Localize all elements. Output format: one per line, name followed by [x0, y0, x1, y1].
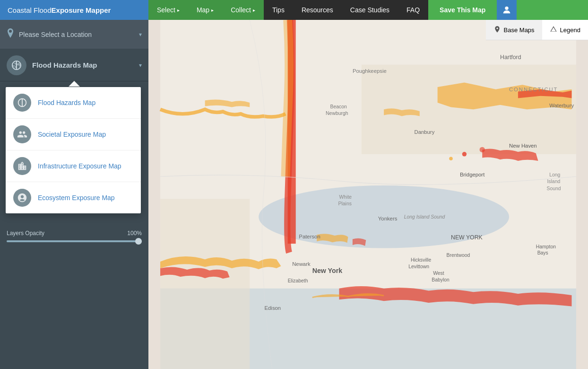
- svg-text:Sound: Sound: [547, 186, 561, 191]
- svg-point-9: [462, 152, 467, 156]
- nav-map[interactable]: Map ▸: [188, 0, 222, 20]
- svg-text:Yonkers: Yonkers: [378, 216, 398, 221]
- nav-faq[interactable]: FAQ: [398, 0, 428, 20]
- svg-text:Hartford: Hartford: [500, 54, 521, 61]
- top-nav: Coastal Flood Exposure Mapper Select ▸ M…: [0, 0, 588, 20]
- svg-text:Edison: Edison: [264, 305, 281, 311]
- svg-text:Babylon: Babylon: [432, 277, 450, 282]
- nav-map-arrow: ▸: [211, 8, 214, 13]
- svg-text:Paterson: Paterson: [299, 234, 320, 239]
- legend-button[interactable]: Legend: [542, 20, 588, 40]
- location-placeholder: Please Select a Location: [19, 31, 139, 38]
- svg-text:Long Island Sound: Long Island Sound: [404, 214, 446, 220]
- dropdown-item-infrastructure-exposure[interactable]: Infrastructure Exposure Map: [6, 150, 141, 182]
- map-selector-icon: [7, 55, 26, 75]
- nav-resources-label: Resources: [302, 6, 333, 14]
- svg-text:White: White: [339, 194, 352, 200]
- base-maps-button[interactable]: Base Maps: [486, 20, 542, 40]
- nav-case-studies-label: Case Studies: [350, 6, 389, 14]
- dropdown-caret: [69, 81, 80, 87]
- svg-text:Bridgeport: Bridgeport: [460, 172, 485, 177]
- svg-text:Brentwood: Brentwood: [447, 253, 470, 258]
- brand-title: Exposure Mapper: [52, 6, 111, 14]
- location-pin-icon: [7, 28, 14, 40]
- nav-case-studies[interactable]: Case Studies: [342, 0, 398, 20]
- svg-point-1: [19, 197, 21, 200]
- flood-hazards-icon: [13, 94, 31, 112]
- infrastructure-exposure-icon: [13, 157, 31, 175]
- svg-text:Long: Long: [549, 172, 560, 177]
- base-maps-label: Base Maps: [504, 26, 535, 34]
- nav-collect[interactable]: Collect ▸: [222, 0, 264, 20]
- svg-text:Danbury: Danbury: [414, 129, 434, 135]
- opacity-slider-track[interactable]: [7, 240, 142, 242]
- dropdown-label-flood-hazards: Flood Hazards Map: [38, 99, 95, 106]
- nav-tips-label: Tips: [272, 6, 285, 14]
- map-selector-dropdown-arrow: ▾: [139, 62, 142, 69]
- svg-text:Newark: Newark: [292, 261, 311, 267]
- dropdown-label-ecosystem-exposure: Ecosystem Exposure Map: [38, 194, 115, 202]
- map-area[interactable]: Hartford Willimantic Plainfield Poughkee…: [148, 20, 588, 369]
- dropdown-item-societal-exposure[interactable]: Societal Exposure Map: [6, 119, 141, 150]
- nav-collect-label: Collect: [231, 6, 251, 14]
- nav-collect-arrow: ▸: [253, 8, 255, 13]
- svg-text:Newburgh: Newburgh: [326, 111, 348, 116]
- base-maps-icon: [493, 26, 501, 35]
- dropdown-label-societal-exposure: Societal Exposure Map: [38, 131, 106, 138]
- svg-text:Elizabeth: Elizabeth: [288, 278, 308, 283]
- location-dropdown-arrow: ▾: [139, 31, 142, 38]
- map-top-controls: Base Maps Legend: [486, 20, 588, 40]
- svg-text:New York: New York: [312, 267, 342, 274]
- nav-faq-label: FAQ: [406, 6, 420, 14]
- svg-text:Poughkeepsie: Poughkeepsie: [353, 68, 387, 74]
- ecosystem-exposure-icon: [13, 189, 31, 207]
- svg-text:Hampton: Hampton: [536, 244, 556, 249]
- dropdown-label-infrastructure-exposure: Infrastructure Exposure Map: [38, 162, 121, 170]
- svg-point-2: [24, 197, 26, 200]
- map-selector-bar[interactable]: Flood Hazards Map ▾: [0, 49, 148, 81]
- map-svg: Hartford Willimantic Plainfield Poughkee…: [148, 20, 588, 369]
- legend-label: Legend: [560, 26, 580, 34]
- layers-opacity-value: 100%: [127, 230, 142, 237]
- svg-point-0: [505, 7, 509, 10]
- save-map-button[interactable]: Save This Map: [428, 0, 497, 20]
- nav-select[interactable]: Select ▸: [148, 0, 188, 20]
- nav-items: Select ▸ Map ▸ Collect ▸ Tips Resources …: [148, 0, 588, 20]
- svg-text:CONNECTICUT: CONNECTICUT: [509, 87, 558, 92]
- svg-text:NEW YORK: NEW YORK: [451, 234, 483, 241]
- svg-rect-7: [160, 199, 250, 369]
- sidebar: Please Select a Location ▾ Flood Hazards…: [0, 20, 148, 369]
- location-bar[interactable]: Please Select a Location ▾: [0, 20, 148, 49]
- dropdown-item-flood-hazards[interactable]: Flood Hazards Map: [6, 87, 141, 119]
- main-area: Please Select a Location ▾ Flood Hazards…: [0, 20, 588, 369]
- user-icon: [502, 5, 512, 15]
- map-dropdown-menu: Flood Hazards Map Societal Exposure Map …: [6, 87, 141, 213]
- svg-text:Plains: Plains: [338, 201, 352, 206]
- legend-icon: [550, 26, 557, 35]
- brand-prefix: Coastal Flood: [8, 6, 52, 14]
- map-selector-label: Flood Hazards Map: [32, 61, 139, 69]
- opacity-slider-fill: [7, 240, 142, 242]
- svg-text:Hicksville: Hicksville: [411, 257, 432, 263]
- nav-select-arrow: ▸: [177, 8, 180, 13]
- svg-text:Island: Island: [547, 179, 560, 184]
- svg-point-10: [449, 157, 453, 161]
- layers-opacity-label: Layers Opacity: [7, 230, 44, 237]
- opacity-slider-thumb[interactable]: [135, 238, 142, 245]
- nav-map-label: Map: [197, 6, 209, 14]
- nav-resources[interactable]: Resources: [293, 0, 342, 20]
- svg-text:New Haven: New Haven: [509, 143, 537, 149]
- nav-select-label: Select: [157, 6, 175, 14]
- nav-tips[interactable]: Tips: [264, 0, 293, 20]
- societal-exposure-icon: [13, 125, 31, 143]
- svg-text:Beacon: Beacon: [330, 104, 347, 109]
- brand-logo: Coastal Flood Exposure Mapper: [0, 0, 148, 20]
- svg-text:Waterbury: Waterbury: [549, 103, 574, 108]
- svg-text:West: West: [433, 271, 444, 276]
- dropdown-item-ecosystem-exposure[interactable]: Ecosystem Exposure Map: [6, 182, 141, 213]
- svg-text:Levittown: Levittown: [408, 264, 429, 269]
- svg-text:Bays: Bays: [537, 250, 548, 255]
- user-icon-button[interactable]: [497, 0, 517, 20]
